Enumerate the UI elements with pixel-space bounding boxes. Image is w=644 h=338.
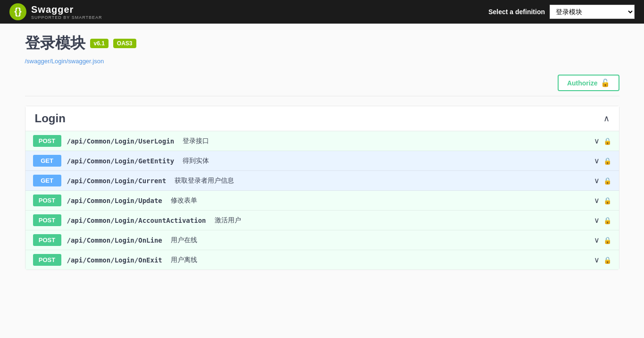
brand-text: Swagger SUPPORTED BY SMARTBEAR [31,4,102,20]
login-section-title: Login [35,112,66,125]
authorize-area: Authorize 🔓 [25,75,619,96]
api-row-right: ∨ 🔒 [594,156,611,165]
api-desc: 用户在线 [171,236,197,245]
supported-by-text: SUPPORTED BY SMARTBEAR [31,15,102,20]
swagger-logo-icon: {} [9,3,26,20]
logo-area: {} Swagger SUPPORTED BY SMARTBEAR [9,3,102,20]
chevron-down-icon: ∨ [594,196,600,205]
lock-icon: 🔒 [603,237,611,244]
method-badge-post: POST [33,234,61,246]
api-row-right: ∨ 🔒 [594,255,611,264]
login-section-header[interactable]: Login ∧ [25,106,619,131]
select-definition-label: Select a definition [488,8,545,16]
method-badge-get: GET [33,175,61,186]
chevron-down-icon: ∨ [594,156,600,165]
api-path: /api/Common/Login/AccountActivation [67,217,206,224]
api-path: /api/Common/Login/UserLogin [67,137,175,145]
header-right: Select a definition 登录模块 [488,5,635,19]
api-row-left: POST /api/Common/Login/AccountActivation… [33,214,594,226]
chevron-down-icon: ∨ [594,216,600,225]
method-badge-get: GET [33,155,61,167]
lock-icon: 🔒 [603,256,611,264]
api-path: /api/Common/Login/GetEntity [67,157,175,165]
api-row-left: POST /api/Common/Login/OnLine 用户在线 [33,234,594,246]
api-row-left: GET /api/Common/Login/Current 获取登录者用户信息 [33,175,594,186]
lock-icon: 🔒 [603,177,611,185]
method-badge-post: POST [33,194,61,206]
api-path: /api/Common/Login/Update [67,197,162,204]
lock-icon: 🔒 [603,217,611,224]
api-row-right: ∨ 🔒 [594,216,611,225]
lock-icon: 🔒 [603,157,611,165]
api-row-right: ∨ 🔒 [594,236,611,245]
api-path: /api/Common/Login/OnLine [67,237,162,244]
chevron-down-icon: ∨ [594,255,600,264]
method-badge-post: POST [33,214,61,226]
api-row-right: ∨ 🔒 [594,196,611,205]
api-desc: 修改表单 [171,196,197,205]
api-row[interactable]: POST /api/Common/Login/OnLine 用户在线 ∨ 🔒 [25,230,619,250]
chevron-down-icon: ∨ [594,136,600,145]
api-row[interactable]: POST /api/Common/Login/Update 修改表单 ∨ 🔒 [25,191,619,211]
api-desc: 用户离线 [171,256,197,264]
authorize-button[interactable]: Authorize 🔓 [558,75,619,91]
api-row-right: ∨ 🔒 [594,176,611,185]
lock-icon: 🔒 [603,137,611,145]
api-row[interactable]: POST /api/Common/Login/OnExit 用户离线 ∨ 🔒 [25,250,619,270]
version-badge: v6.1 [90,39,109,48]
api-row-left: GET /api/Common/Login/GetEntity 得到实体 [33,155,594,167]
api-row[interactable]: POST /api/Common/Login/AccountActivation… [25,211,619,230]
api-row-left: POST /api/Common/Login/OnExit 用户离线 [33,254,594,266]
header: {} Swagger SUPPORTED BY SMARTBEAR Select… [0,0,644,24]
swagger-brand-name: Swagger [31,4,102,15]
api-row-left: POST /api/Common/Login/UserLogin 登录接口 [33,135,594,147]
api-row[interactable]: POST /api/Common/Login/UserLogin 登录接口 ∨ … [25,131,619,151]
svg-text:{}: {} [14,6,22,17]
swagger-url-link[interactable]: /swagger/Login/swagger.json [25,58,104,65]
definition-select[interactable]: 登录模块 [550,5,635,19]
api-path: /api/Common/Login/Current [67,177,167,185]
authorize-lock-icon: 🔓 [601,78,610,87]
chevron-down-icon: ∨ [594,176,600,185]
method-badge-post: POST [33,135,61,147]
main-content: 登录模块 v6.1 OAS3 /swagger/Login/swagger.js… [16,24,629,279]
api-desc: 激活用户 [215,216,241,225]
title-area: 登录模块 v6.1 OAS3 [25,33,619,54]
authorize-label: Authorize [567,79,598,87]
lock-icon: 🔒 [603,197,611,204]
method-badge-post: POST [33,254,61,266]
api-row[interactable]: GET /api/Common/Login/GetEntity 得到实体 ∨ 🔒 [25,151,619,171]
api-desc: 登录接口 [183,137,209,145]
page-title: 登录模块 [25,33,85,54]
api-list: POST /api/Common/Login/UserLogin 登录接口 ∨ … [25,131,619,270]
api-row-left: POST /api/Common/Login/Update 修改表单 [33,194,594,206]
api-path: /api/Common/Login/OnExit [67,256,162,264]
api-desc: 得到实体 [183,157,209,165]
collapse-icon: ∧ [603,113,610,124]
api-row-right: ∨ 🔒 [594,136,611,145]
api-row[interactable]: GET /api/Common/Login/Current 获取登录者用户信息 … [25,171,619,191]
oas-badge: OAS3 [113,39,136,48]
api-desc: 获取登录者用户信息 [175,177,234,185]
chevron-down-icon: ∨ [594,236,600,245]
login-section: Login ∧ POST /api/Common/Login/UserLogin… [25,106,619,270]
